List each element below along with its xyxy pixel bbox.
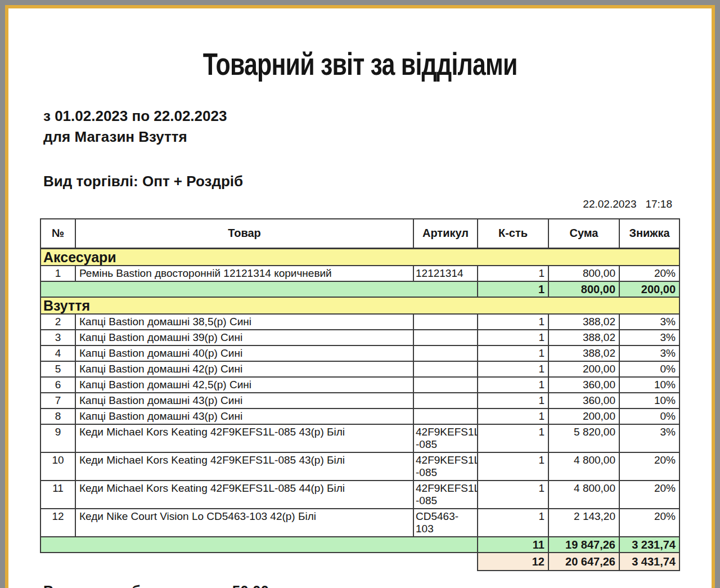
cell-sku: 12121314 (413, 266, 478, 281)
cell-discount: 3 431,74 (619, 553, 680, 571)
cell-qty: 1 (478, 266, 548, 281)
subtotal-row: 1800,00200,00 (40, 281, 680, 297)
trade-type: Вид торгівлі: Опт + Роздріб (43, 171, 712, 191)
cell-sum: 388,02 (548, 330, 619, 345)
print-datetime: 22.02.202317:18 (8, 198, 672, 210)
report-title: Товарний звіт за відділами (8, 8, 712, 80)
cell-discount: 20% (619, 452, 680, 481)
print-date: 22.02.2023 (583, 198, 636, 210)
item-row: 10Кеди Michael Kors Keating 42F9KEFS1L-0… (40, 452, 680, 481)
cell-sum: 5 820,00 (548, 424, 619, 452)
cell-qty: 1 (478, 361, 548, 377)
cell-product: Кеди Nike Court Vision Lo CD5463-103 42(… (75, 509, 413, 537)
cell-qty: 1 (478, 281, 548, 297)
cell-sum: 800,00 (548, 281, 619, 297)
column-header-sku: Артикул (413, 219, 478, 248)
item-row: 11Кеди Michael Kors Keating 42F9KEFS1L-0… (40, 481, 680, 509)
cell-sum: 20 647,26 (548, 553, 619, 571)
cell-num: 7 (40, 393, 75, 409)
cell-merged (40, 553, 478, 571)
cell-sku (413, 314, 478, 330)
cell-num: 11 (40, 481, 75, 509)
cell-num: 2 (40, 314, 75, 330)
cell-merged (40, 281, 478, 297)
cell-discount: 20% (619, 266, 680, 281)
print-time: 17:18 (645, 198, 672, 210)
cell-sku (413, 330, 478, 345)
cell-num: 6 (40, 377, 75, 393)
cell-qty: 1 (478, 424, 548, 452)
column-header-num: № (40, 219, 75, 248)
cell-sum: 200,00 (548, 409, 619, 424)
cell-qty: 1 (478, 393, 548, 409)
item-row: 2Капці Bastion домашні 38,5(р) Сині1388,… (40, 314, 680, 330)
report-meta: з 01.02.2023 по 22.02.2023 для Магазин В… (43, 106, 712, 147)
cell-discount: 3% (619, 314, 680, 330)
cell-sum: 19 847,26 (548, 537, 619, 553)
cell-sum: 388,02 (548, 345, 619, 361)
cell-qty: 11 (478, 537, 548, 553)
column-header-qty: К-сть (478, 219, 548, 248)
cell-sum: 360,00 (548, 393, 619, 409)
cell-discount: 10% (619, 377, 680, 393)
cell-product: Кеди Michael Kors Keating 42F9KEFS1L-085… (75, 452, 413, 481)
report-page: Товарний звіт за відділами з 01.02.2023 … (8, 8, 712, 588)
cell-product: Ремінь Bastion двосторонній 12121314 кор… (75, 266, 413, 281)
cell-sku: CD5463-103 (413, 509, 478, 537)
report-period: з 01.02.2023 по 22.02.2023 (43, 106, 712, 127)
section-label: Взуття (40, 297, 680, 314)
cell-num: 1 (40, 266, 75, 281)
bonus-note: Розрахунки бонусами на: 50,00грн (43, 582, 712, 588)
column-header-sum: Сума (548, 219, 619, 248)
cell-discount: 20% (619, 481, 680, 509)
cell-sum: 4 800,00 (548, 452, 619, 481)
cell-qty: 1 (478, 409, 548, 424)
grand-total-row: 1220 647,263 431,74 (40, 553, 680, 571)
cell-discount: 10% (619, 393, 680, 409)
cell-product: Капці Bastion домашні 42(р) Сині (75, 361, 413, 377)
cell-num: 3 (40, 330, 75, 345)
item-row: 6Капці Bastion домашні 42,5(р) Сині1360,… (40, 377, 680, 393)
cell-sku: 42F9KEFS1L -085 (413, 424, 478, 452)
cell-sku (413, 409, 478, 424)
cell-discount: 3% (619, 424, 680, 452)
cell-qty: 1 (478, 481, 548, 509)
column-header-product: Товар (75, 219, 413, 248)
cell-discount: 3 231,74 (619, 537, 680, 553)
cell-qty: 1 (478, 314, 548, 330)
cell-product: Капці Bastion домашні 42,5(р) Сині (75, 377, 413, 393)
item-row: 8Капці Bastion домашні 43(р) Сині1200,00… (40, 409, 680, 424)
cell-qty: 1 (478, 509, 548, 537)
column-header-discount: Знижка (619, 219, 680, 248)
cell-sku (413, 377, 478, 393)
page-frame: Товарний звіт за відділами з 01.02.2023 … (5, 5, 715, 588)
cell-sku (413, 345, 478, 361)
cell-qty: 12 (478, 553, 548, 571)
item-row: 12Кеди Nike Court Vision Lo CD5463-103 4… (40, 509, 680, 537)
cell-qty: 1 (478, 330, 548, 345)
cell-num: 8 (40, 409, 75, 424)
cell-product: Капці Bastion домашні 40(р) Сині (75, 345, 413, 361)
item-row: 7Капці Bastion домашні 43(р) Сині1360,00… (40, 393, 680, 409)
report-title-text: Товарний звіт за відділами (203, 49, 518, 80)
item-row: 5Капці Bastion домашні 42(р) Сині1200,00… (40, 361, 680, 377)
report-table: №ТоварАртикулК-стьСумаЗнижка Аксесуари1Р… (40, 218, 680, 571)
section-label: Аксесуари (40, 248, 680, 266)
cell-sku: 42F9KEFS1L -085 (413, 481, 478, 509)
section-row: Аксесуари (40, 248, 680, 266)
section-row: Взуття (40, 297, 680, 314)
cell-sum: 2 143,20 (548, 509, 619, 537)
cell-merged (40, 537, 478, 553)
cell-product: Кеди Michael Kors Keating 42F9KEFS1L-085… (75, 481, 413, 509)
cell-sku (413, 361, 478, 377)
table-header-row: №ТоварАртикулК-стьСумаЗнижка (40, 219, 680, 248)
cell-discount: 0% (619, 361, 680, 377)
cell-qty: 1 (478, 377, 548, 393)
cell-num: 4 (40, 345, 75, 361)
cell-sum: 200,00 (548, 361, 619, 377)
cell-num: 12 (40, 509, 75, 537)
cell-discount: 20% (619, 509, 680, 537)
cell-num: 5 (40, 361, 75, 377)
table-body: Аксесуари1Ремінь Bastion двосторонній 12… (40, 248, 680, 571)
cell-discount: 0% (619, 409, 680, 424)
